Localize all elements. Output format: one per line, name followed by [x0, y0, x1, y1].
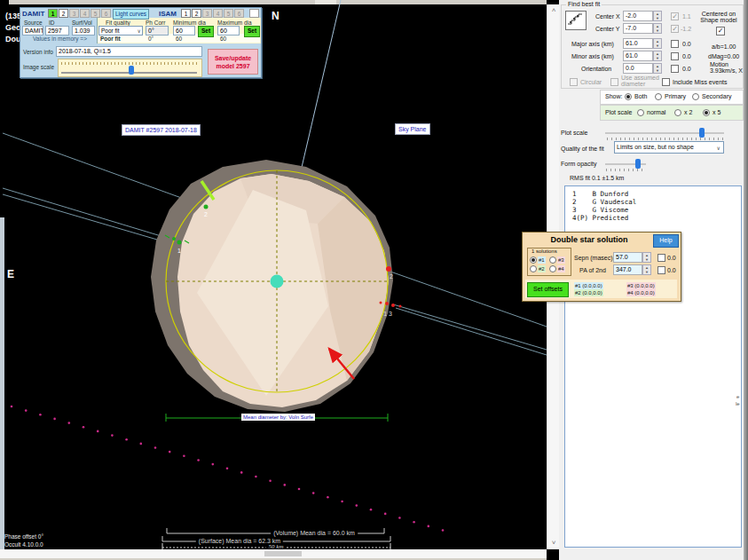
min-dia-field[interactable]: 60	[173, 26, 195, 35]
memory-max-dia: 60	[220, 35, 226, 42]
pa-spinner[interactable]: ▲▼	[642, 264, 651, 275]
track-dot	[197, 459, 200, 461]
observer-row[interactable]: 2 G Vaudescal	[565, 198, 741, 206]
observer-row[interactable]: 3 G Viscome	[565, 206, 741, 214]
mean-diameter-caption[interactable]: Mean diameter by: Voln Surfe	[241, 414, 315, 421]
solution-4-radio[interactable]	[549, 265, 556, 272]
isam-tab-2[interactable]: 2	[192, 9, 201, 18]
surfvol-field[interactable]: 1.039	[72, 26, 95, 35]
sky-plane-canvas[interactable]: 2 1 2 1 3	[0, 0, 547, 549]
solution-1-radio[interactable]	[530, 256, 537, 264]
sepn-field[interactable]: 57.0	[613, 252, 642, 263]
show-secondary-label[interactable]: Secondary	[702, 93, 731, 99]
ph-corr-field[interactable]: 0°	[146, 26, 169, 35]
solution-3-radio[interactable]	[549, 256, 556, 264]
version-field[interactable]: 2018-07-18, Q=1.5	[56, 46, 202, 57]
show-primary-label[interactable]: Primary	[665, 93, 686, 99]
image-scale-thumb[interactable]	[129, 66, 134, 75]
damit-tab-1[interactable]: 1	[48, 9, 58, 18]
form-opacity-thumb[interactable]	[635, 159, 641, 169]
isam-tab-5: 5	[224, 9, 233, 18]
pa-field[interactable]: 347.0	[613, 264, 642, 275]
show-both-label[interactable]: Both	[634, 93, 647, 99]
save-update-model-button[interactable]: Save/update model 2597	[208, 49, 258, 75]
red-event-dot	[386, 266, 391, 272]
ellipse-center-dot	[271, 275, 284, 288]
solution-2-label[interactable]: #2	[538, 265, 546, 272]
panel-corner-box[interactable]	[249, 9, 259, 18]
scroll-down-icon[interactable]: ˅	[547, 539, 560, 548]
image-scale-slider[interactable]	[58, 59, 202, 77]
max-dia-field[interactable]: 60	[217, 26, 240, 35]
center-x-spinner[interactable]: ▲▼	[653, 11, 662, 21]
source-field[interactable]: DAMIT	[22, 26, 43, 35]
rms-fit-label: RMS fit 0.1 ±1.5 km	[570, 175, 624, 181]
plot-normal-label[interactable]: normal	[647, 109, 665, 115]
memory-min-dia: 60	[176, 35, 182, 42]
dmag-text: dMag=0.00	[708, 53, 739, 59]
scroll-up-icon[interactable]: ˄	[547, 6, 560, 15]
center-y-field[interactable]: -7.0	[623, 23, 653, 34]
orientation-field[interactable]: 0.0	[623, 63, 653, 74]
quality-dropdown[interactable]: Limits on size, but no shape ∨	[614, 141, 724, 154]
sepn-checkbox[interactable]	[657, 254, 665, 262]
id-field[interactable]: 2597	[45, 26, 69, 35]
hscroll-thumb[interactable]	[264, 551, 302, 556]
set-max-dia-button[interactable]: Set	[244, 26, 260, 37]
help-button[interactable]: Help	[653, 234, 679, 248]
solution-4-label[interactable]: #4	[557, 265, 565, 272]
mini-chart-icon	[566, 12, 584, 28]
centered-on-checkbox[interactable]: ✓	[716, 27, 725, 35]
sepn-spinner[interactable]: ▲▼	[642, 252, 651, 263]
canvas-horizontal-scrollbar[interactable]	[0, 549, 547, 558]
damit-tab-2[interactable]: 2	[59, 9, 68, 18]
fit-quality-dropdown[interactable]: Poor fit ∨	[98, 26, 143, 35]
plot-scale-track[interactable]	[605, 132, 724, 134]
offset-2-value: #2 (0.0,0.0)	[574, 289, 603, 296]
center-x-field[interactable]: -2.0	[623, 11, 653, 21]
major-axis-field[interactable]: 61.0	[623, 38, 653, 49]
center-y-spinner[interactable]: ▲▼	[653, 23, 662, 34]
set-offsets-button[interactable]: Set offsets	[527, 282, 569, 297]
include-miss-checkbox[interactable]	[662, 78, 670, 86]
plot-normal-radio[interactable]	[637, 109, 644, 116]
track-dot	[356, 504, 358, 507]
surfvol-header: Surf/Vol	[72, 20, 92, 26]
show-secondary-radio[interactable]	[692, 93, 699, 100]
green-event-dot	[172, 237, 176, 241]
orientation-spinner[interactable]: ▲▼	[653, 63, 662, 74]
solution-1-label[interactable]: #1	[538, 256, 546, 264]
offset-3-value: #3 (0.0,0.0)	[626, 282, 656, 289]
sky-plane-caption[interactable]: Sky Plane	[395, 123, 430, 135]
solution-3-label[interactable]: #3	[557, 256, 565, 264]
observer-row[interactable]: 1 B Dunford	[565, 186, 741, 198]
major-axis-spinner[interactable]: ▲▼	[653, 38, 662, 49]
max-dia-header: Maximum dia	[217, 20, 252, 26]
isam-tab-1[interactable]: 1	[181, 9, 191, 18]
observer-row[interactable]: 4(P) Predicted	[565, 214, 741, 222]
minor-axis-field[interactable]: 61.0	[623, 51, 653, 61]
dropdown-chevron-icon: ∨	[717, 145, 720, 151]
id-header: ID	[49, 20, 55, 26]
track-dot	[97, 430, 99, 433]
show-primary-radio[interactable]	[655, 93, 662, 100]
plot-scale-thumb[interactable]	[699, 128, 705, 138]
orientation-checkbox[interactable]	[671, 65, 679, 73]
plot-x2-label[interactable]: x 2	[684, 109, 692, 115]
solution-2-radio[interactable]	[530, 265, 537, 272]
track-dot	[39, 414, 42, 416]
light-curves-button[interactable]: Light curves	[113, 9, 149, 20]
minor-axis-spinner[interactable]: ▲▼	[653, 51, 662, 61]
show-both-radio[interactable]	[625, 93, 632, 100]
plot-x2-radio[interactable]	[674, 109, 681, 116]
isam-tab-4: 4	[213, 9, 223, 18]
minor-axis-checkbox[interactable]	[671, 52, 679, 60]
damit-model-panel: DAMIT 1 2 3 4 5 6 Light curves ISAM 1 2 …	[20, 7, 262, 78]
major-axis-checkbox[interactable]	[671, 40, 679, 48]
plot-x5-radio[interactable]	[703, 109, 710, 116]
plot-x5-label[interactable]: x 5	[713, 109, 720, 115]
model-caption[interactable]: DAMIT #2597 2018-07-18	[122, 124, 201, 136]
set-min-dia-button[interactable]: Set	[198, 26, 214, 37]
best-fit-chart-button[interactable]	[565, 11, 587, 30]
pa-checkbox[interactable]	[657, 266, 665, 274]
